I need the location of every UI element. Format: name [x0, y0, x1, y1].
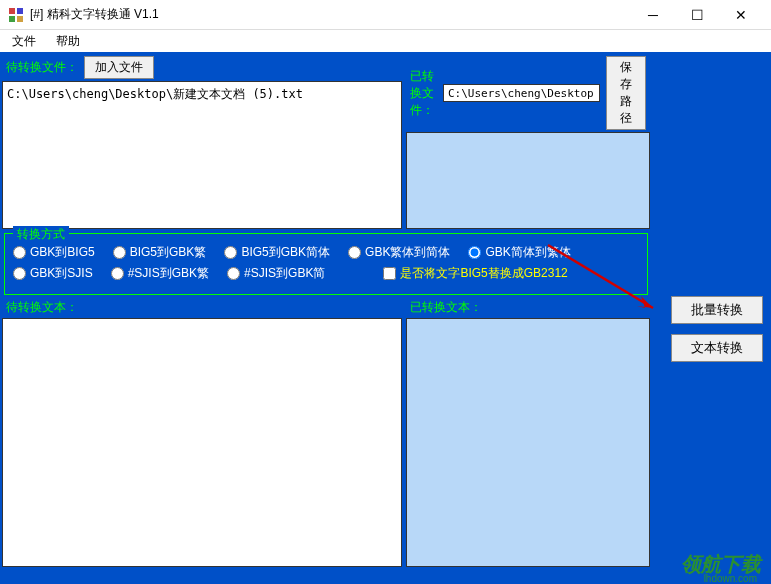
svg-rect-1: [17, 8, 23, 14]
checkbox-big5-gb2312[interactable]: 是否将文字BIG5替换成GB2312: [383, 265, 567, 282]
window-controls: ─ ☐ ✕: [631, 1, 763, 29]
done-text-area[interactable]: [406, 318, 650, 567]
radio-gbk-big5[interactable]: GBK到BIG5: [13, 244, 95, 261]
pending-text-area[interactable]: [2, 318, 402, 567]
pending-text-pane: 待转换文本：: [2, 297, 402, 567]
menu-help[interactable]: 帮助: [52, 31, 84, 52]
radio-gbkfan-jian[interactable]: GBK繁体到简体: [348, 244, 450, 261]
side-buttons: 批量转换 文本转换: [671, 296, 763, 362]
radio-sjis-gbkfan[interactable]: #SJIS到GBK繁: [111, 265, 209, 282]
add-file-button[interactable]: 加入文件: [84, 56, 154, 79]
done-text-pane: 已转换文本：: [406, 297, 650, 567]
radio-gbkjian-fan[interactable]: GBK简体到繁体: [468, 244, 570, 261]
minimize-button[interactable]: ─: [631, 1, 675, 29]
pending-files-label: 待转换文件：: [6, 59, 78, 76]
save-path-button[interactable]: 保存路径: [606, 56, 646, 130]
done-files-label: 已转换文件：: [410, 68, 437, 119]
svg-rect-0: [9, 8, 15, 14]
menu-file[interactable]: 文件: [8, 31, 40, 52]
convert-mode-group: 转换方式 GBK到BIG5 BIG5到GBK繁 BIG5到GBK简体 GBK繁体…: [4, 233, 648, 295]
radio-sjis-gbkjian[interactable]: #SJIS到GBK简: [227, 265, 325, 282]
window-title: [#] 精科文字转换通 V1.1: [30, 6, 631, 23]
text-convert-button[interactable]: 文本转换: [671, 334, 763, 362]
titlebar: [#] 精科文字转换通 V1.1 ─ ☐ ✕: [0, 0, 771, 30]
radio-big5-gbkjian[interactable]: BIG5到GBK简体: [224, 244, 330, 261]
menubar: 文件 帮助: [0, 30, 771, 52]
app-window: [#] 精科文字转换通 V1.1 ─ ☐ ✕ 文件 帮助 待转换文件： 加入文件…: [0, 0, 771, 584]
pending-files-pane: 待转换文件： 加入文件 C:\Users\cheng\Desktop\新建文本文…: [2, 54, 402, 229]
svg-rect-2: [9, 16, 15, 22]
app-icon: [8, 7, 24, 23]
radio-big5-gbkfan[interactable]: BIG5到GBK繁: [113, 244, 207, 261]
radio-gbk-sjis[interactable]: GBK到SJIS: [13, 265, 93, 282]
close-button[interactable]: ✕: [719, 1, 763, 29]
pending-text-label: 待转换文本：: [6, 299, 78, 316]
svg-rect-3: [17, 16, 23, 22]
save-path-input[interactable]: [443, 84, 600, 102]
client-area: 待转换文件： 加入文件 C:\Users\cheng\Desktop\新建文本文…: [0, 52, 771, 584]
pending-files-list[interactable]: C:\Users\cheng\Desktop\新建文本文档 (5).txt: [2, 81, 402, 229]
watermark-url: lhdown.com: [704, 573, 757, 584]
batch-convert-button[interactable]: 批量转换: [671, 296, 763, 324]
done-files-list[interactable]: [406, 132, 650, 229]
convert-mode-title: 转换方式: [13, 226, 69, 243]
done-text-label: 已转换文本：: [410, 299, 482, 316]
done-files-pane: 已转换文件： 保存路径: [406, 54, 650, 229]
maximize-button[interactable]: ☐: [675, 1, 719, 29]
